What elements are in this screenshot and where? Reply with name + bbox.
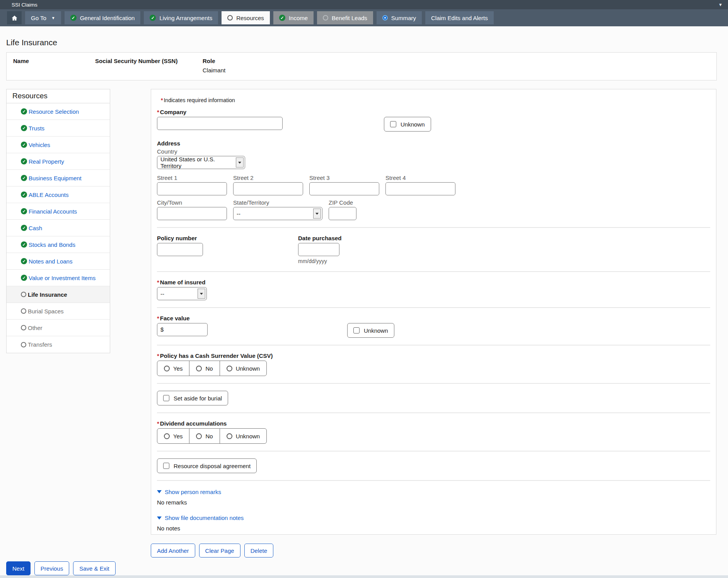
sidebar-item-label: Financial Accounts [29,208,77,215]
tab-resources[interactable]: Resources [222,11,270,24]
address-heading: Address [157,140,710,147]
home-button[interactable] [7,11,22,24]
face-value-unknown-checkbox[interactable]: Unknown [347,323,394,338]
sidebar-item-vehicles[interactable]: Vehicles [7,137,110,153]
date-purchased-input[interactable] [298,243,339,256]
checkbox-icon [390,121,396,127]
goto-dropdown[interactable]: Go To ▼ [25,11,61,24]
link-label: Show file documentation notes [165,515,244,521]
add-another-button[interactable]: Add Another [151,544,195,557]
option-label: Yes [173,365,182,372]
tab-claim-edits-alerts[interactable]: Claim Edits and Alerts [425,11,494,24]
ssn-label: Social Security Number (SSN) [95,58,203,64]
check-circle-icon [21,192,27,198]
person-header: Name Social Security Number (SSN) Role C… [6,52,717,80]
tab-general-identification[interactable]: General Identification [65,11,141,24]
check-circle-icon [21,241,27,248]
dividends-option-no[interactable]: No [189,429,219,443]
date-purchased-label: Date purchased [298,235,342,241]
sidebar-item-notes-and-loans[interactable]: Notes and Loans [7,253,110,270]
show-person-remarks-link[interactable]: Show person remarks [157,489,221,495]
open-circle-icon [227,15,233,21]
sidebar-item-business-equipment[interactable]: Business Equipment [7,170,110,186]
street1-input[interactable] [157,182,227,195]
option-label: Unknown [236,365,260,372]
street4-input[interactable] [385,182,455,195]
check-circle-icon [21,125,27,131]
home-icon [11,15,18,21]
tab-income[interactable]: Income [273,11,314,24]
set-aside-burial-checkbox[interactable]: Set aside for burial [157,391,228,405]
sidebar-item-able-accounts[interactable]: ABLE Accounts [7,186,110,203]
sidebar-item-real-property[interactable]: Real Property [7,153,110,170]
delete-button[interactable]: Delete [244,544,273,557]
face-value-input[interactable] [157,323,208,336]
sidebar-item-cash[interactable]: Cash [7,220,110,236]
currency-prefix: $ [160,326,164,333]
dividends-radio-group: Yes No Unknown [157,428,267,444]
sidebar-item-burial-spaces[interactable]: Burial Spaces [7,303,110,320]
csv-option-yes[interactable]: Yes [157,361,189,376]
sidebar-item-financial-accounts[interactable]: Financial Accounts [7,203,110,220]
company-input[interactable] [157,117,283,130]
face-value-label: Face value [157,315,710,321]
previous-button[interactable]: Previous [34,561,69,575]
sidebar-item-trusts[interactable]: Trusts [7,120,110,137]
state-label: State/Territory [233,199,322,206]
checkbox-icon [353,327,360,333]
next-button[interactable]: Next [6,561,31,575]
page-navigation-actions: Next Previous Save & Exit [6,561,116,575]
select-arrow-icon [198,289,205,299]
tab-living-arrangements[interactable]: Living Arrangements [144,11,218,24]
sidebar-item-value-or-investment-items[interactable]: Value or Investment Items [7,270,110,286]
csv-option-unknown[interactable]: Unknown [220,361,267,376]
street3-input[interactable] [309,182,379,195]
sidebar-item-resource-selection[interactable]: Resource Selection [7,103,110,120]
check-circle-icon [21,175,27,181]
sidebar-item-label: Business Equipment [29,175,82,181]
collapse-caret-icon[interactable]: ▼ [718,2,723,7]
dividends-option-yes[interactable]: Yes [157,429,189,443]
sidebar-item-life-insurance[interactable]: Life Insurance [7,286,110,303]
section-divider [157,451,710,451]
tab-label: Claim Edits and Alerts [431,15,488,21]
zip-input[interactable] [329,207,356,220]
clear-page-button[interactable]: Clear Page [199,544,240,557]
life-insurance-form: Indicates required information Company U… [151,89,716,535]
policy-number-input[interactable] [157,243,203,256]
show-file-documentation-notes-link[interactable]: Show file documentation notes [157,515,244,521]
dividends-option-unknown[interactable]: Unknown [220,429,267,443]
sidebar-item-other[interactable]: Other [7,320,110,336]
tab-summary[interactable]: Summary [377,11,422,24]
sidebar-item-label: Stocks and Bonds [29,241,75,248]
country-select[interactable]: United States or U.S. Territory [157,156,245,169]
check-circle-icon [21,208,27,214]
save-exit-button[interactable]: Save & Exit [73,561,116,575]
company-unknown-checkbox[interactable]: Unknown [384,117,431,132]
sidebar-item-transfers[interactable]: Transfers [7,336,110,353]
csv-option-no[interactable]: No [189,361,219,376]
checkbox-icon [163,463,169,469]
street2-input[interactable] [233,182,303,195]
state-select[interactable]: -- [233,207,322,220]
country-label: Country [157,148,710,155]
date-format-hint: mm/dd/yyyy [298,258,342,264]
role-value: Claimant [203,67,225,74]
sidebar-item-stocks-and-bonds[interactable]: Stocks and Bonds [7,236,110,253]
city-input[interactable] [157,207,227,220]
resource-disposal-checkbox[interactable]: Resource disposal agreement [157,458,257,473]
name-label: Name [13,58,95,64]
check-circle-icon [279,15,285,21]
sidebar-item-label: Vehicles [29,142,50,148]
tab-benefit-leads[interactable]: Benefit Leads [317,11,373,24]
ssi-claims-page: SSI Claims ▼ Go To ▼ General Identificat… [0,0,728,578]
name-of-insured-value: -- [160,291,164,297]
street2-label: Street 2 [233,174,303,181]
tab-label: Living Arrangements [159,15,212,21]
open-circle-icon [323,15,328,21]
option-label: Unknown [236,433,260,439]
dividend-accumulations-label: Dividend accumulations [157,420,710,427]
name-of-insured-select[interactable]: -- [157,287,207,300]
option-label: No [205,433,213,439]
sidebar-title: Resources [7,89,110,103]
